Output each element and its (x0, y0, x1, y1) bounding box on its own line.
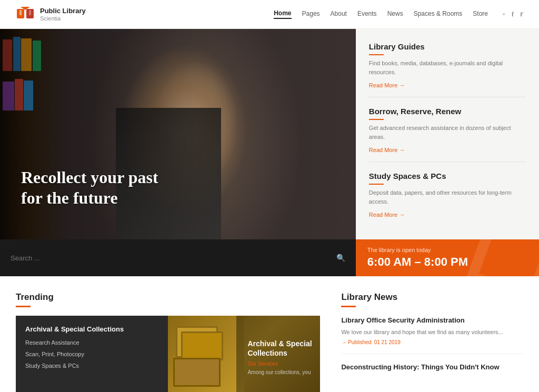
hero-text: Recollect your past for the future (21, 167, 158, 208)
trending-orange-bar (16, 306, 31, 307)
hero-section: Recollect your past for the future Libra… (0, 29, 539, 239)
library-news-section: Library News Library Office Security Adm… (341, 292, 523, 392)
guide-readmore-3[interactable]: Read More (369, 212, 405, 218)
guide-readmore-2[interactable]: Read More (369, 147, 405, 153)
hero-image: Recollect your past for the future (0, 29, 356, 239)
orange-line-2 (369, 119, 384, 120)
news-orange-bar (341, 306, 356, 307)
guide-title-3: Study Spaces & PCs (369, 172, 526, 180)
nav-news[interactable]: News (387, 10, 403, 18)
trending-right: Archival & Special Collections Our Servi… (168, 316, 320, 392)
search-icon[interactable]: 🔍 (336, 254, 345, 263)
news-item-1: Library Office Security Administration W… (341, 316, 523, 354)
svg-rect-3 (19, 10, 22, 15)
nav-about[interactable]: About (331, 10, 347, 18)
library-hours: The library is open today 6:00 AM – 8:00… (356, 239, 539, 276)
search-input[interactable] (11, 254, 336, 262)
trending-grid: Archival & Special Collections Research … (16, 316, 320, 392)
trending-section: Trending Archival & Special Collections … (16, 292, 320, 392)
main-nav: Home Pages About Events News Spaces & Ro… (274, 9, 523, 19)
orange-line-3 (369, 184, 384, 185)
guide-desc-2: Get advanced research assistance in doze… (369, 124, 526, 141)
hero-headline: Recollect your past for the future (21, 167, 158, 208)
search-section: 🔍 The library is open today 6:00 AM – 8:… (0, 239, 539, 276)
archive-box-2 (181, 331, 223, 360)
bottom-section: Trending Archival & Special Collections … (0, 276, 539, 392)
guide-readmore-1[interactable]: Read More (369, 82, 405, 88)
archive-box-3 (173, 358, 221, 387)
news-text-1: We love our library and hope that we fin… (341, 328, 523, 337)
trending-link-2[interactable]: Scan, Print, Photocopy (25, 351, 158, 357)
guide-item-1: Library Guides Find books, media, databa… (369, 42, 526, 97)
guide-title-1: Library Guides (369, 42, 526, 51)
twitter-icon[interactable]: 𝕣 (520, 10, 523, 18)
logo-sub: Scientia (40, 15, 86, 22)
hours-time: 6:00 AM – 8:00 PM (367, 255, 527, 269)
trending-left: Archival & Special Collections Research … (16, 316, 168, 392)
search-bar[interactable]: 🔍 (0, 239, 356, 276)
hours-label: The library is open today (367, 247, 527, 253)
nav-events[interactable]: Events (357, 10, 377, 18)
trending-title: Trending (16, 292, 320, 303)
trending-left-title: Archival & Special Collections (25, 325, 158, 334)
logo-text: Public Library Scientia (40, 7, 86, 22)
news-item-2: Deconstructing History: Things You Didn'… (341, 363, 523, 383)
guide-desc-1: Find books, media, databases, e-journals… (369, 59, 526, 76)
site-header: Public Library Scientia Home Pages About… (0, 0, 539, 29)
hero-right-panel: Library Guides Find books, media, databa… (356, 29, 539, 239)
trending-link-1[interactable]: Research Assistance (25, 339, 158, 346)
trending-right-sub: Our Services (247, 361, 316, 367)
logo-main: Public Library (40, 7, 86, 15)
nav-store[interactable]: Store (473, 10, 488, 18)
nav-home[interactable]: Home (274, 9, 291, 19)
news-title-1: Library Office Security Administration (341, 316, 523, 325)
trending-right-title: Archival & Special Collections (247, 339, 316, 358)
news-date-1: Published: 01 21 2019 (341, 339, 523, 345)
nav-spaces[interactable]: Spaces & Rooms (414, 10, 463, 18)
logo-area: Public Library Scientia (16, 5, 86, 24)
hero-overlay (0, 29, 356, 239)
nav-social-icons: ◦ f 𝕣 (503, 10, 523, 18)
guide-item-3: Study Spaces & PCs Deposit data, papers,… (369, 172, 526, 226)
guide-item-2: Borrow, Reserve, Renew Get advanced rese… (369, 107, 526, 162)
facebook-icon[interactable]: f (512, 10, 514, 18)
svg-rect-4 (29, 10, 31, 15)
trending-right-text: Archival & Special Collections Our Servi… (247, 339, 316, 376)
orange-line-1 (369, 54, 384, 55)
guide-desc-3: Deposit data, papers, and other resource… (369, 188, 526, 206)
globe-icon[interactable]: ◦ (503, 10, 505, 18)
news-section-title: Library News (341, 292, 523, 303)
logo-icon (16, 5, 35, 24)
nav-pages[interactable]: Pages (302, 10, 320, 18)
trending-right-desc: Among our collections, you (247, 369, 316, 377)
news-title-2: Deconstructing History: Things You Didn'… (341, 363, 523, 372)
trending-link-3[interactable]: Study Spaces & PCs (25, 363, 158, 369)
guide-title-2: Borrow, Reserve, Renew (369, 107, 526, 116)
